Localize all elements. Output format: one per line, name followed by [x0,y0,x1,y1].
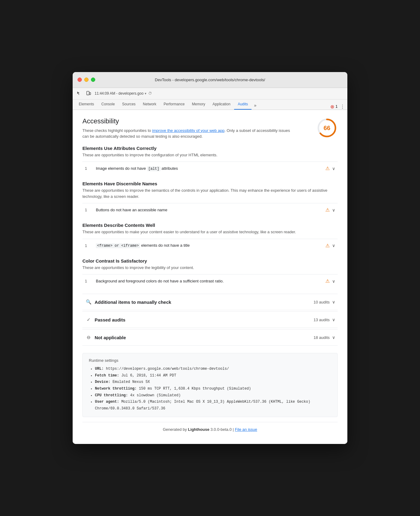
expand-icon[interactable]: ∨ [332,166,335,171]
audit-text: Background and foreground colors do not … [96,279,320,283]
browser-window: DevTools - developers.google.com/web/too… [73,72,347,444]
passed-audits-label: Passed audits [95,317,313,322]
passed-audits-section[interactable]: ✓ Passed audits 13 audits ∨ [82,311,338,328]
audit-actions: ⚠ ∨ [325,278,335,284]
accessibility-link[interactable]: improve the accessibility of your web ap… [152,128,224,133]
category-desc-use-attributes: These are opportunities to improve the c… [82,152,338,158]
check-icon: ✓ [85,316,92,323]
audit-number: 1 [85,208,91,212]
audit-item: 1 Buttons do not have an accessible name… [82,203,338,216]
not-applicable-count: 18 audits [313,335,330,340]
category-desc-color-contrast: These are opportunities to improve the l… [82,265,338,271]
tab-sources[interactable]: Sources [118,100,139,110]
svg-point-2 [88,94,88,95]
runtime-settings-title: Runtime settings [89,358,331,363]
warning-icon: ⚠ [325,278,330,284]
file-issue-link[interactable]: File an issue [235,427,257,432]
category-desc-describe: These are opportunities to make your con… [82,229,338,235]
expand-chevron-icon: ∨ [332,317,335,322]
audit-item: 1 Image elements do not have [alt] attri… [82,162,338,175]
category-title-discernible: Elements Have Discernible Names [82,181,338,186]
warning-icon: ⚠ [325,243,330,249]
section-title: Accessibility [82,117,290,125]
tab-console[interactable]: Console [98,100,118,110]
category-color-contrast: Color Contrast Is Satisfactory These are… [82,258,338,288]
manual-check-section[interactable]: 🔍 Additional items to manually check 10 … [82,294,338,310]
audit-number: 1 [85,166,91,171]
category-desc-discernible: These are opportunities to improve the s… [82,187,338,199]
runtime-item-cpu: CPU throttling: 4x slowdown (Simulated) [95,392,331,399]
audit-actions: ⚠ ∨ [325,207,335,213]
inspect-icon[interactable] [75,90,82,97]
audit-text: Buttons do not have an accessible name [96,208,320,212]
category-title-color-contrast: Color Contrast Is Satisfactory [82,258,338,263]
titlebar: DevTools - developers.google.com/web/too… [73,72,347,88]
runtime-settings-box: Runtime settings URL: https://developers… [82,353,338,417]
warning-icon: ⚠ [325,165,330,171]
audit-text: <frame> or <iframe> elements do not have… [96,243,320,248]
runtime-item-network: Network throttling: 150 ms TCP RTT, 1,63… [95,386,331,392]
svg-rect-1 [89,93,91,95]
manual-check-count: 10 audits [313,300,330,304]
clock-icon: ⏱ [148,91,152,96]
close-button[interactable] [78,78,82,82]
audit-number: 1 [85,279,91,283]
timestamp-dropdown-arrow[interactable]: ▾ [145,92,147,96]
category-title-use-attributes: Elements Use Attributes Correctly [82,146,338,151]
tab-application[interactable]: Application [209,100,234,110]
device-toolbar-icon[interactable] [85,90,92,97]
more-tabs-button[interactable]: » [252,101,259,110]
category-discernible-names: Elements Have Discernible Names These ar… [82,181,338,216]
not-applicable-section[interactable]: ⊖ Not applicable 18 audits ∨ [82,329,338,346]
warning-icon: ⚠ [325,207,330,213]
devtools-tabs: Elements Console Sources Network Perform… [73,100,347,110]
devtools-menu-icon[interactable]: ⋮ [340,104,345,110]
error-circle-icon: ⊗ [330,104,334,110]
runtime-list: URL: https://developers.google.com/web/t… [89,366,331,412]
audit-item: 1 Background and foreground colors do no… [82,274,338,288]
toolbar-icons [75,90,92,97]
category-title-describe: Elements Describe Contents Well [82,223,338,228]
passed-audits-count: 13 audits [313,318,330,322]
runtime-item-fetch-time: Fetch time: Jul 6, 2018, 11:44 AM PDT [95,372,331,379]
window-title: DevTools - developers.google.com/web/too… [78,78,342,82]
expand-icon[interactable]: ∨ [332,208,335,213]
section-description: These checks highlight opportunities to … [82,128,290,140]
expand-chevron-icon: ∨ [332,300,335,304]
minus-circle-icon: ⊖ [85,334,92,341]
devtools-toolbar: 11:44:09 AM - developers.goo ▾ ⏱ [73,88,347,100]
runtime-item-url: URL: https://developers.google.com/web/t… [95,366,331,372]
audit-text: Image elements do not have [alt] attribu… [96,166,320,171]
tab-memory[interactable]: Memory [188,100,209,110]
audit-actions: ⚠ ∨ [325,243,335,249]
main-content: Accessibility These checks highlight opp… [73,110,347,444]
expand-icon[interactable]: ∨ [332,279,335,284]
score-number: 66 [324,124,330,131]
tab-audits[interactable]: Audits [234,100,252,110]
not-applicable-label: Not applicable [95,335,313,340]
runtime-item-useragent: User agent: Mozilla/5.0 (Macintosh; Inte… [95,399,331,412]
expand-icon[interactable]: ∨ [332,243,335,248]
tab-performance[interactable]: Performance [160,100,188,110]
traffic-lights [78,78,95,82]
audit-actions: ⚠ ∨ [325,165,335,171]
expand-chevron-icon: ∨ [332,335,335,340]
accessibility-header: Accessibility These checks highlight opp… [82,117,338,140]
search-icon: 🔍 [85,298,92,306]
error-indicator: ⊗ 1 [330,104,338,110]
audit-item: 1 <frame> or <iframe> elements do not ha… [82,239,338,252]
category-describe-contents: Elements Describe Contents Well These ar… [82,223,338,252]
toolbar-timestamp: 11:44:09 AM - developers.goo ▾ [95,91,147,96]
category-use-attributes: Elements Use Attributes Correctly These … [82,146,338,175]
tab-elements[interactable]: Elements [75,100,98,110]
manual-check-label: Additional items to manually check [95,300,313,305]
audit-number: 1 [85,243,91,248]
accessibility-header-text: Accessibility These checks highlight opp… [82,117,290,140]
tab-network[interactable]: Network [139,100,160,110]
score-circle: 66 [316,117,338,139]
minimize-button[interactable] [84,78,89,82]
footer: Generated by Lighthouse 3.0.0-beta.0 | F… [82,422,338,437]
maximize-button[interactable] [91,78,95,82]
runtime-item-device: Device: Emulated Nexus 5X [95,379,331,386]
